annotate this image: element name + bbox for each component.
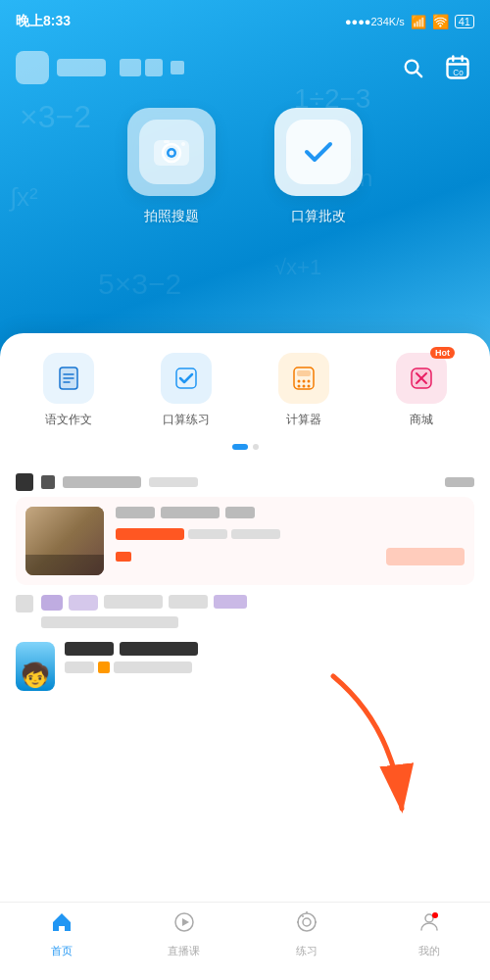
calc-label: 计算器 <box>286 412 321 428</box>
home-icon <box>50 910 74 940</box>
signal-bars: 📶 <box>411 15 426 29</box>
hot-badge: Hot <box>430 347 455 359</box>
avatar-small <box>16 51 49 84</box>
content-title-1 <box>63 476 141 488</box>
photo-search-icon-wrap <box>127 108 216 196</box>
purple-tag-3 <box>214 595 247 609</box>
tag2 <box>145 59 163 76</box>
svg-rect-20 <box>297 370 311 376</box>
dot-2 <box>253 444 259 450</box>
wifi-icon: 🛜 <box>432 14 449 29</box>
avatar-1: 🧒 <box>16 642 55 691</box>
nav-live-label: 直播课 <box>168 944 200 958</box>
practice-icon <box>295 910 318 940</box>
tag-blur-1 <box>116 507 155 518</box>
name-blur <box>65 642 114 656</box>
tag1 <box>120 59 141 76</box>
mine-icon <box>417 910 441 940</box>
main-app-icons: 拍照搜题 口算批改 <box>0 108 490 225</box>
content-icon-3 <box>16 595 33 612</box>
app-oral-check[interactable]: 口算批改 <box>274 108 363 225</box>
svg-line-1 <box>416 72 421 76</box>
nav-mine[interactable]: 我的 <box>368 910 490 958</box>
content-icon-2 <box>41 475 55 489</box>
sub-1 <box>65 662 94 673</box>
content-text-3 <box>104 595 163 609</box>
mini-apps-row: 语文作文 口算练习 <box>0 333 490 438</box>
arrow-pointer <box>314 666 431 827</box>
username-placeholder <box>57 59 106 76</box>
content-meta-1 <box>445 477 474 487</box>
sub-2 <box>114 662 192 673</box>
svg-point-40 <box>425 914 433 922</box>
svg-point-26 <box>308 385 311 388</box>
header-right[interactable]: Co <box>398 51 474 84</box>
calc-icon <box>278 353 329 404</box>
mini-app-yuwen[interactable]: 语文作文 <box>43 353 94 428</box>
svg-point-10 <box>170 151 174 156</box>
shop-label: 商城 <box>410 412 433 428</box>
svg-point-39 <box>302 915 304 917</box>
content-detail-3 <box>41 616 178 628</box>
content-right-2 <box>116 507 465 565</box>
nav-practice-label: 练习 <box>296 944 318 958</box>
content-row-3 <box>16 585 474 634</box>
nav-home[interactable]: 首页 <box>0 910 122 958</box>
mini-app-calc[interactable]: 计算器 <box>278 353 329 428</box>
oral-check-icon-wrap <box>274 108 363 196</box>
oral-check-label: 口算批改 <box>291 208 346 225</box>
status-bar: 晚上8:33 ●●●●234K/s 📶 🛜 41 <box>0 0 490 43</box>
yuwen-icon <box>43 353 94 404</box>
live-icon <box>172 910 196 940</box>
svg-point-34 <box>298 913 316 931</box>
content-main-text <box>120 642 198 656</box>
mini-app-kousan[interactable]: 口算练习 <box>161 353 212 428</box>
content-detail-1 <box>188 529 227 539</box>
svg-point-41 <box>432 912 438 918</box>
tag-blur-2 <box>161 507 220 518</box>
svg-marker-33 <box>182 918 189 926</box>
svg-rect-11 <box>164 140 170 143</box>
yuwen-label: 语文作文 <box>45 412 92 428</box>
search-button[interactable] <box>398 53 427 82</box>
main-card: 语文作文 口算练习 <box>0 333 490 980</box>
svg-point-22 <box>303 380 306 383</box>
svg-text:Co: Co <box>453 69 464 77</box>
orange-badge <box>98 662 110 673</box>
kousan-icon <box>161 353 212 404</box>
orange-dot-1 <box>116 552 131 562</box>
svg-point-25 <box>303 385 306 388</box>
photo-search-label: 拍照搜题 <box>144 208 199 225</box>
pink-btn[interactable] <box>386 548 465 565</box>
nav-mine-label: 我的 <box>418 944 440 958</box>
content-icon-1 <box>16 473 33 491</box>
dot-1 <box>232 444 248 450</box>
svg-point-12 <box>181 142 185 146</box>
kousan-label: 口算练习 <box>163 412 210 428</box>
tag-blur-3 <box>225 507 255 518</box>
bottom-nav: 首页 直播课 练习 <box>0 902 490 980</box>
svg-point-21 <box>298 380 301 383</box>
page-dots <box>0 438 490 458</box>
svg-point-23 <box>308 380 311 383</box>
thumbnail-inner <box>25 507 104 575</box>
app-photo-search[interactable]: 拍照搜题 <box>127 108 216 225</box>
orange-tag-1 <box>116 528 184 540</box>
header-left <box>16 51 184 84</box>
purple-tag-2 <box>69 595 98 611</box>
content-text-4 <box>169 595 208 609</box>
content-sub-1 <box>149 477 198 487</box>
shop-icon <box>396 353 447 404</box>
purple-tag <box>41 595 63 611</box>
status-time: 晚上8:33 <box>16 13 71 30</box>
nav-home-label: 首页 <box>51 944 73 958</box>
status-right: ●●●●234K/s 📶 🛜 41 <box>345 14 474 29</box>
nav-practice[interactable]: 练习 <box>245 910 368 958</box>
content-detail-2 <box>231 529 280 539</box>
calendar-button[interactable]: Co <box>441 51 474 84</box>
tag3 <box>171 61 184 74</box>
mini-app-shop[interactable]: Hot 商城 <box>396 353 447 428</box>
nav-live[interactable]: 直播课 <box>122 910 245 958</box>
header-top-bar: Co <box>0 43 490 92</box>
signal-text: ●●●●234K/s <box>345 16 405 27</box>
